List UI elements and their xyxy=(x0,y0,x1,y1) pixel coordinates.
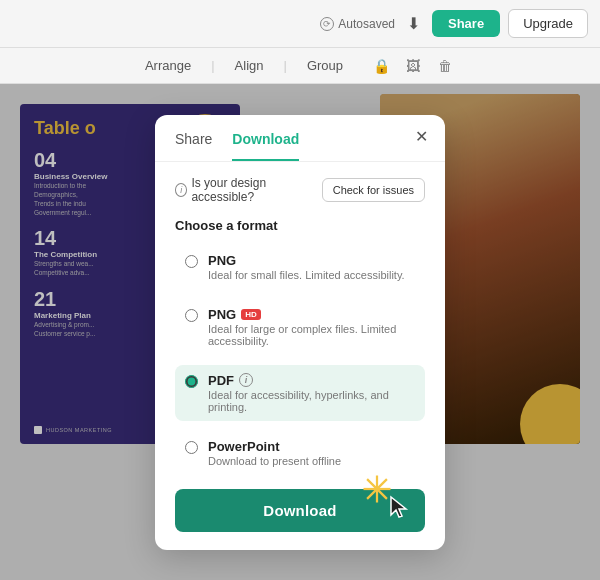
format-option-png[interactable]: PNG Ideal for small files. Limited acces… xyxy=(175,245,425,289)
format-radio-pptx[interactable] xyxy=(185,441,198,454)
format-radio-png-hd[interactable] xyxy=(185,309,198,322)
second-bar: Arrange | Align | Group 🔒 🖼 🗑 xyxy=(0,48,600,84)
format-png-desc: Ideal for small files. Limited accessibi… xyxy=(208,269,405,281)
format-option-pptx[interactable]: PowerPoint Download to present offline xyxy=(175,431,425,475)
pdf-info-icon[interactable]: i xyxy=(239,373,253,387)
format-pptx-title: PowerPoint xyxy=(208,439,341,454)
download-modal: Share Download ✕ i Is your design access… xyxy=(155,115,445,550)
modal-body: i Is your design accessible? Check for i… xyxy=(155,162,445,550)
lock-icon[interactable]: 🔒 xyxy=(371,56,391,76)
accessibility-row: i Is your design accessible? Check for i… xyxy=(175,176,425,204)
group-button[interactable]: Group xyxy=(307,58,343,73)
check-issues-button[interactable]: Check for issues xyxy=(322,178,425,202)
hd-badge: HD xyxy=(241,309,261,320)
download-icon-button[interactable]: ⬇ xyxy=(403,10,424,37)
upgrade-button[interactable]: Upgrade xyxy=(508,9,588,38)
format-option-png-hd[interactable]: PNG HD Ideal for large or complex files.… xyxy=(175,299,425,355)
format-radio-png[interactable] xyxy=(185,255,198,268)
accessibility-info: i Is your design accessible? xyxy=(175,176,314,204)
format-pdf-title: PDF i xyxy=(208,373,415,388)
modal-tabs: Share Download xyxy=(175,131,299,161)
format-label: Choose a format xyxy=(175,218,425,233)
align-button[interactable]: Align xyxy=(235,58,264,73)
download-button-wrapper: Download xyxy=(175,489,425,532)
tab-download[interactable]: Download xyxy=(232,131,299,161)
format-radio-pdf[interactable] xyxy=(185,375,198,388)
canvas-area: Table o 04 Business Overview Introductio… xyxy=(0,84,600,580)
format-pptx-desc: Download to present offline xyxy=(208,455,341,467)
autosaved-icon: ⟳ xyxy=(320,17,334,31)
format-png-hd-title: PNG HD xyxy=(208,307,415,322)
image-icon[interactable]: 🖼 xyxy=(403,56,423,76)
share-button[interactable]: Share xyxy=(432,10,500,37)
arrange-button[interactable]: Arrange xyxy=(145,58,191,73)
modal-close-button[interactable]: ✕ xyxy=(409,125,433,149)
modal-header: Share Download ✕ xyxy=(155,115,445,162)
accessibility-info-icon: i xyxy=(175,183,187,197)
download-button[interactable]: Download xyxy=(175,489,425,532)
autosaved-text: Autosaved xyxy=(338,17,395,31)
top-bar: ⟳ Autosaved ⬇ Share Upgrade xyxy=(0,0,600,48)
format-pdf-desc: Ideal for accessibility, hyperlinks, and… xyxy=(208,389,415,413)
accessibility-label: Is your design accessible? xyxy=(191,176,313,204)
tab-share[interactable]: Share xyxy=(175,131,212,161)
autosaved-label: ⟳ Autosaved xyxy=(320,17,395,31)
format-png-title: PNG xyxy=(208,253,405,268)
modal-overlay: Share Download ✕ i Is your design access… xyxy=(0,84,600,580)
format-png-hd-desc: Ideal for large or complex files. Limite… xyxy=(208,323,415,347)
trash-icon[interactable]: 🗑 xyxy=(435,56,455,76)
format-option-pdf[interactable]: PDF i Ideal for accessibility, hyperlink… xyxy=(175,365,425,421)
